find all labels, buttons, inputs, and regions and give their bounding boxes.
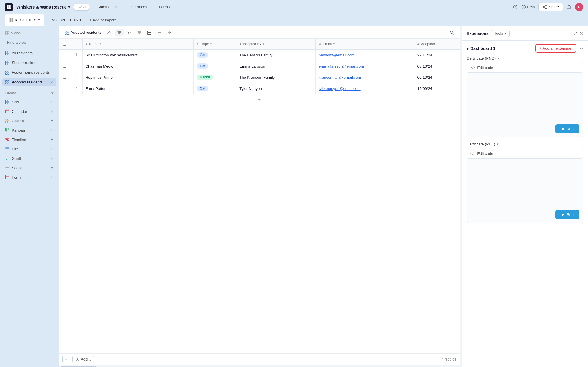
panel-scroll[interactable]: ▾ Dashboard 1 + Add an extension ⋯ Certi… bbox=[462, 41, 588, 367]
nav-forms-btn[interactable]: Forms bbox=[155, 4, 174, 10]
row-checkbox-cell[interactable] bbox=[59, 49, 71, 61]
sidebar-search[interactable]: ⚙ bbox=[2, 38, 56, 46]
calendar-plus-icon[interactable]: + bbox=[51, 109, 53, 114]
gallery-plus-icon[interactable]: + bbox=[51, 118, 53, 123]
svg-rect-35 bbox=[6, 100, 7, 102]
row-name[interactable]: Furry Potter bbox=[82, 83, 194, 94]
email-col-chevron[interactable]: ▾ bbox=[333, 42, 335, 46]
create-kanban-btn[interactable]: Kanban + bbox=[2, 126, 56, 135]
grid-plus-icon[interactable]: + bbox=[51, 99, 53, 105]
section-plus-icon[interactable]: + bbox=[51, 165, 53, 170]
add-import-btn[interactable]: + Add or import bbox=[86, 14, 119, 26]
add-record-btn[interactable]: + bbox=[62, 356, 69, 363]
create-timeline-btn[interactable]: Timeline + bbox=[2, 135, 56, 144]
col-adoption[interactable]: A Adoption bbox=[414, 39, 460, 49]
nav-data-btn[interactable]: Data bbox=[74, 4, 90, 10]
row-name[interactable]: Sir Fluffington von Whiskerbutt bbox=[82, 49, 194, 61]
kanban-plus-icon[interactable]: + bbox=[51, 128, 53, 133]
name-col-chevron[interactable]: ▾ bbox=[100, 42, 101, 46]
create-gantt-btn[interactable]: Gantt + bbox=[2, 154, 56, 163]
svg-rect-32 bbox=[8, 80, 9, 82]
select-all-checkbox[interactable] bbox=[63, 42, 66, 46]
cert-png-run-btn[interactable]: Run bbox=[555, 124, 579, 133]
create-items-list: Grid + Calendar + Gallery + Kanban + Tim… bbox=[2, 98, 56, 182]
create-list-btn[interactable]: List + bbox=[2, 145, 56, 153]
row-checkbox-cell[interactable] bbox=[59, 83, 71, 94]
tab-residents[interactable]: RESIDENTS ▾ bbox=[5, 14, 44, 26]
row-checkbox[interactable] bbox=[63, 64, 66, 68]
row-name[interactable]: Hoptimus Prime bbox=[82, 72, 194, 83]
sidebar-item-foster-residents[interactable]: Foster home residents bbox=[2, 68, 56, 77]
cert-pdf-expand-icon[interactable]: ▾ bbox=[497, 142, 499, 146]
create-gallery-btn[interactable]: Gallery + bbox=[2, 116, 56, 125]
sidebar-item-all-residents[interactable]: All residents bbox=[2, 49, 56, 57]
table-row: 4 Furry Potter Cat Tyler Nguyen tyler.ng… bbox=[59, 83, 460, 94]
create-calendar-btn[interactable]: Calendar + bbox=[2, 107, 56, 116]
help-btn[interactable]: Help bbox=[521, 5, 535, 9]
create-grid-btn[interactable]: Grid + bbox=[2, 98, 56, 106]
share-btn[interactable]: Share bbox=[538, 3, 563, 11]
create-section-btn[interactable]: Section + bbox=[2, 163, 56, 172]
table-row: 2 Chairman Meow Cat Emma Larsson emma.la… bbox=[59, 61, 460, 72]
create-form-btn[interactable]: Form + bbox=[2, 173, 56, 182]
sidebar-item-adopted-residents[interactable]: Adopted residents ✓ bbox=[2, 78, 56, 86]
row-checkbox-cell[interactable] bbox=[59, 61, 71, 72]
view-name-btn[interactable]: Adopted residents bbox=[62, 29, 104, 36]
tab-volunteers[interactable]: VOLUNTEERS ▾ bbox=[47, 14, 86, 26]
share-view-btn[interactable] bbox=[165, 29, 174, 36]
col-checkbox[interactable] bbox=[59, 39, 71, 49]
row-checkbox[interactable] bbox=[63, 53, 66, 56]
type-col-icon: ⊙ bbox=[197, 42, 200, 46]
col-name[interactable]: A Name ▾ bbox=[82, 39, 194, 49]
sort-btn[interactable] bbox=[135, 29, 144, 36]
cert-pdf-edit-code-btn[interactable]: </> Edit code bbox=[467, 149, 583, 158]
find-view-input[interactable] bbox=[7, 40, 56, 45]
col-email[interactable]: ✉ Email ▾ bbox=[316, 39, 414, 49]
scroll-thumb[interactable] bbox=[61, 366, 96, 367]
form-plus-icon[interactable]: + bbox=[51, 175, 53, 180]
row-email[interactable]: emma.larsson@email.com bbox=[316, 61, 414, 72]
notifications-btn[interactable] bbox=[567, 5, 572, 9]
row-name[interactable]: Chairman Meow bbox=[82, 61, 194, 72]
scroll-indicator[interactable] bbox=[59, 365, 460, 367]
nav-interfaces-btn[interactable]: Interfaces bbox=[126, 4, 151, 10]
gantt-plus-icon[interactable]: + bbox=[51, 156, 53, 161]
group-btn[interactable] bbox=[145, 29, 154, 36]
add-row[interactable]: + bbox=[59, 94, 460, 105]
timeline-plus-icon[interactable]: + bbox=[51, 137, 53, 142]
data-table-container: A Name ▾ ⊙ Type ▾ bbox=[59, 39, 460, 353]
adopted-col-chevron[interactable]: ▾ bbox=[263, 42, 264, 46]
row-checkbox[interactable] bbox=[63, 75, 66, 79]
type-col-chevron[interactable]: ▾ bbox=[210, 42, 212, 46]
row-email[interactable]: bensonz@email.com bbox=[316, 49, 414, 61]
collaborators-btn[interactable] bbox=[105, 29, 114, 36]
views-header: Views bbox=[2, 30, 56, 36]
dashboard-collapse-icon[interactable]: ▾ bbox=[467, 46, 469, 51]
filter-btn[interactable] bbox=[125, 29, 134, 36]
row-checkbox[interactable] bbox=[63, 86, 66, 90]
list-plus-icon[interactable]: + bbox=[51, 146, 53, 152]
cert-pdf-run-btn[interactable]: Run bbox=[555, 210, 579, 219]
add-more-btn[interactable]: Add... bbox=[72, 356, 94, 363]
nav-automations-btn[interactable]: Automations bbox=[93, 4, 123, 10]
panel-close-btn[interactable]: ✕ bbox=[579, 31, 583, 36]
tools-btn[interactable]: Tools ▾ bbox=[491, 30, 510, 37]
row-checkbox-cell[interactable] bbox=[59, 72, 71, 83]
svg-rect-34 bbox=[8, 83, 9, 84]
cert-png-expand-icon[interactable]: ▾ bbox=[497, 56, 499, 60]
sidebar-item-shelter-residents[interactable]: Shelter residents bbox=[2, 58, 56, 67]
row-email[interactable]: tyler.nguyen@email.com bbox=[316, 83, 414, 94]
row-height-btn[interactable] bbox=[155, 29, 164, 36]
row-email[interactable]: krancomfam@email.com bbox=[316, 72, 414, 83]
svg-rect-15 bbox=[8, 31, 9, 33]
history-btn[interactable] bbox=[513, 5, 518, 9]
app-name[interactable]: Whiskers & Wags Rescue ▾ bbox=[16, 5, 70, 9]
search-btn[interactable] bbox=[447, 29, 456, 36]
panel-expand-btn[interactable]: ⤢ bbox=[573, 31, 577, 36]
col-adopted-by[interactable]: A Adopted By ▾ bbox=[236, 39, 316, 49]
hide-fields-btn[interactable] bbox=[115, 29, 124, 36]
col-type[interactable]: ⊙ Type ▾ bbox=[194, 39, 236, 49]
dashboard-more-btn[interactable]: ⋯ bbox=[578, 45, 583, 52]
cert-png-edit-code-btn[interactable]: </> Edit code bbox=[467, 63, 583, 73]
add-extension-btn[interactable]: + Add an extension bbox=[535, 44, 576, 53]
